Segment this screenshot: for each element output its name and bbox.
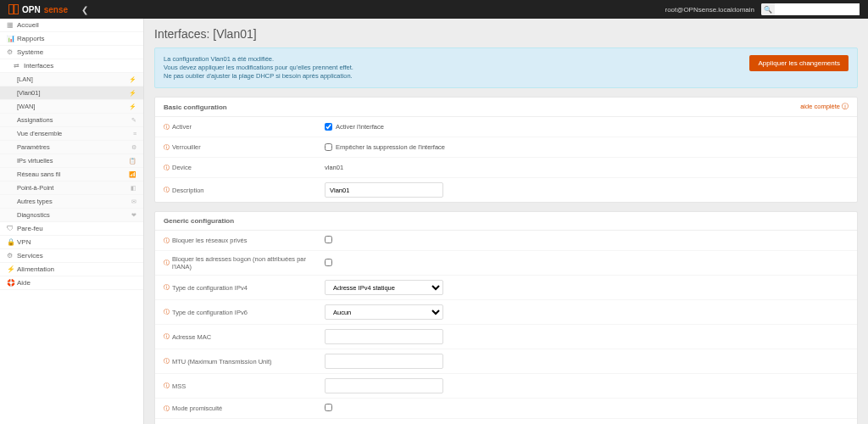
- nav-icon: 🛟: [7, 279, 17, 287]
- info-icon[interactable]: ⓘ: [164, 123, 170, 131]
- sidebar-item-interfaces[interactable]: ⇄Interfaces: [0, 59, 143, 73]
- sidebar-item-rapports[interactable]: 📊Rapports: [0, 32, 143, 46]
- alert-line2: Vous devez appliquer les modifications p…: [164, 64, 353, 71]
- ipv4-type-select[interactable]: Adresse IPv4 statique: [325, 280, 443, 295]
- search-input[interactable]: [775, 3, 860, 15]
- sidebar-item-alimentation[interactable]: ⚡Alimentation: [0, 263, 143, 276]
- label-ipv6type: Type de configuration IPv6: [172, 309, 248, 316]
- row-icon: 📋: [129, 158, 136, 165]
- nav-icon: ⚡: [7, 265, 17, 273]
- label-lock: Verrouiller: [172, 143, 201, 151]
- nav-icon: ⚙: [7, 48, 17, 56]
- info-icon[interactable]: ⓘ: [164, 308, 170, 316]
- label-desc: Description: [172, 187, 204, 194]
- nav-icon: ⇄: [14, 62, 24, 70]
- alert-line3: Ne pas oublier d'ajuster la plage DHCP s…: [164, 72, 353, 80]
- page-title: Interfaces: [Vlan01]: [154, 27, 858, 41]
- sidebar-item-vpn[interactable]: 🔒VPN: [0, 236, 143, 249]
- info-icon[interactable]: ⓘ: [164, 186, 170, 194]
- row-icon: ⚡: [129, 90, 136, 97]
- row-icon: 📶: [129, 171, 136, 178]
- mac-input[interactable]: [325, 329, 443, 344]
- alert-line1: La configuration Vlan01 a été modifiée.: [164, 55, 353, 63]
- help-link[interactable]: aide complète: [800, 103, 849, 111]
- lock-checkbox-label[interactable]: Empêcher la suppression de l'interface: [325, 143, 849, 151]
- sidebar-iface-item[interactable]: Réseau sans fil📶: [0, 168, 143, 181]
- nav-icon: ▦: [7, 21, 17, 29]
- info-icon[interactable]: ⓘ: [164, 332, 170, 341]
- label-block-priv: Bloquer les réseaux privés: [172, 237, 247, 244]
- sidebar-iface-item[interactable]: [LAN]⚡: [0, 73, 143, 86]
- row-icon: ❤: [131, 212, 136, 219]
- sidebar-iface-item[interactable]: Diagnostics❤: [0, 209, 143, 222]
- sidebar-iface-item[interactable]: Vue d'ensemble≡: [0, 127, 143, 141]
- sidebar-iface-item[interactable]: Point-à-Point◧: [0, 181, 143, 195]
- sidebar-iface-item[interactable]: [Vlan01]⚡: [0, 86, 143, 100]
- label-block-bogon: Bloquer les adresses bogon (non attribué…: [172, 255, 325, 271]
- ipv6-type-select[interactable]: Aucun: [325, 304, 443, 320]
- sidebar-iface-item[interactable]: Assignations✎: [0, 114, 143, 127]
- block-bogon-checkbox[interactable]: [325, 259, 332, 266]
- row-icon: ⚡: [129, 103, 136, 110]
- main-content: Interfaces: [Vlan01] La configuration Vl…: [144, 19, 868, 424]
- block-private-checkbox[interactable]: [325, 236, 332, 243]
- lock-checkbox[interactable]: [325, 143, 332, 151]
- info-icon[interactable]: ⓘ: [164, 143, 170, 152]
- row-icon: ≡: [133, 131, 136, 137]
- label-mtu: MTU (Maximum Transmission Unit): [172, 358, 272, 365]
- sidebar-item-aide[interactable]: 🛟Aide: [0, 276, 143, 290]
- label-enable: Activer: [172, 123, 192, 131]
- panel-basic: Basic configuration aide complète ⓘActiv…: [154, 97, 858, 203]
- row-icon: ✎: [131, 117, 136, 124]
- sidebar-item-pare-feu[interactable]: 🛡Pare-feu: [0, 222, 143, 236]
- label-mss: MSS: [172, 382, 186, 390]
- panel-generic: Generic configuration ⓘBloquer les résea…: [154, 211, 858, 424]
- info-icon[interactable]: ⓘ: [164, 237, 170, 245]
- sidebar: ▦Accueil📊Rapports⚙Système⇄Interfaces [LA…: [0, 19, 144, 424]
- user-label[interactable]: root@OPNsense.localdomain: [665, 6, 754, 14]
- logo[interactable]: OPNsense: [8, 4, 68, 14]
- promisc-checkbox[interactable]: [325, 404, 332, 411]
- info-icon[interactable]: ⓘ: [164, 382, 170, 390]
- alert-box: La configuration Vlan01 a été modifiée. …: [154, 47, 858, 88]
- info-icon[interactable]: ⓘ: [164, 164, 170, 172]
- description-input[interactable]: [325, 182, 443, 198]
- nav-icon: 🛡: [7, 225, 17, 232]
- mss-input[interactable]: [325, 378, 443, 393]
- alert-text: La configuration Vlan01 a été modifiée. …: [164, 55, 353, 81]
- apply-changes-button[interactable]: Appliquer les changements: [749, 55, 849, 71]
- sidebar-item-accueil[interactable]: ▦Accueil: [0, 19, 143, 32]
- label-promisc: Mode promiscuité: [172, 404, 222, 412]
- row-icon: ⚙: [131, 144, 136, 151]
- sidebar-item-services[interactable]: ⚙Services: [0, 249, 143, 263]
- enable-checkbox-label[interactable]: Activer l'interface: [325, 123, 849, 131]
- section-basic-title: Basic configuration: [164, 103, 227, 111]
- info-icon[interactable]: ⓘ: [164, 259, 170, 267]
- row-icon: ◧: [131, 185, 136, 192]
- sidebar-iface-item[interactable]: IPs virtuelles📋: [0, 154, 143, 168]
- row-icon: ⚡: [129, 76, 136, 83]
- topbar-right: root@OPNsense.localdomain 🔍: [665, 3, 860, 15]
- info-icon[interactable]: ⓘ: [164, 404, 170, 413]
- label-ipv4type: Type de configuration IPv4: [172, 284, 248, 292]
- nav-icon: ⚙: [7, 252, 17, 259]
- label-mac: Adresse MAC: [172, 333, 211, 341]
- row-icon: ✉: [131, 198, 136, 205]
- sidebar-item-système[interactable]: ⚙Système: [0, 46, 143, 59]
- sidebar-iface-item[interactable]: Autres types✉: [0, 195, 143, 209]
- sidebar-iface-item[interactable]: [WAN]⚡: [0, 100, 143, 114]
- sidebar-toggle-icon[interactable]: ❮: [81, 5, 88, 14]
- label-device: Device: [172, 164, 192, 171]
- logo-icon: [8, 4, 19, 14]
- enable-checkbox[interactable]: [325, 123, 332, 131]
- info-icon[interactable]: ⓘ: [164, 283, 170, 292]
- value-device: vlan01: [325, 164, 343, 171]
- search-icon[interactable]: 🔍: [761, 3, 775, 15]
- brand-b: sense: [44, 5, 68, 14]
- section-generic-title: Generic configuration: [164, 217, 234, 225]
- sidebar-iface-item[interactable]: Paramètres⚙: [0, 141, 143, 154]
- brand-a: OPN: [22, 5, 41, 14]
- mtu-input[interactable]: [325, 354, 443, 369]
- nav-icon: 📊: [7, 35, 17, 42]
- info-icon[interactable]: ⓘ: [164, 357, 170, 365]
